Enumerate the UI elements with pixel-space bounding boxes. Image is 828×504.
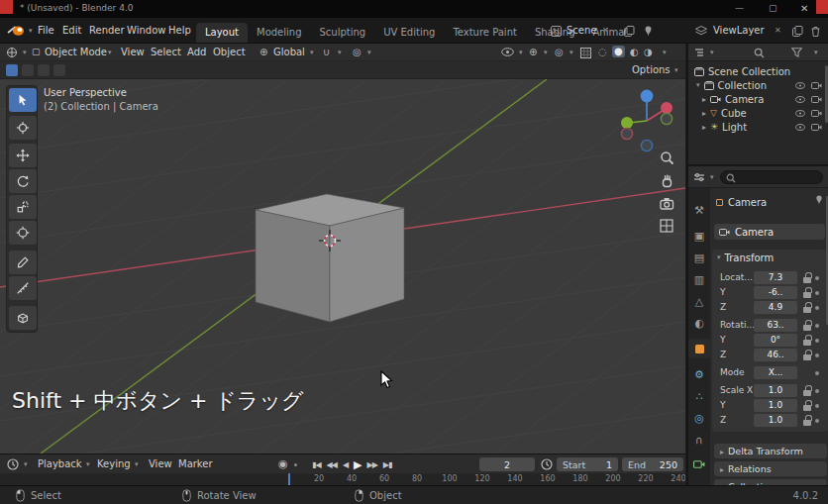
tool-measure[interactable] [9,276,37,300]
lock-icon[interactable] [803,400,811,411]
animate-icon[interactable] [815,276,819,280]
outliner-editor-caret-icon[interactable]: ▾ [710,49,714,56]
disable-in-render-icon[interactable] [811,123,822,131]
menu-select[interactable]: Select [151,47,181,57]
outliner-filter-icon[interactable] [791,48,802,57]
tab-world[interactable]: ◐ [688,313,710,333]
hide-in-viewport-icon[interactable] [795,124,805,131]
tool-cursor[interactable] [9,116,37,140]
zoom-icon[interactable] [657,148,676,167]
shading-material-icon[interactable]: ◐ [630,47,639,57]
hide-in-viewport-icon[interactable] [795,96,805,103]
tool-annotate[interactable] [9,251,37,274]
orientation-caret-icon[interactable]: ▾ [310,49,314,56]
visibility-caret-icon[interactable]: ▾ [519,49,523,56]
tab-view-layer[interactable]: ▥ [688,269,710,289]
tool-add-cube[interactable] [9,306,37,330]
workspace-tab-texture-paint[interactable]: Texture Paint [444,23,526,43]
hide-in-viewport-icon[interactable] [795,82,805,89]
mode-caret-icon[interactable]: ▾ [108,49,112,56]
gizmo-caret-icon[interactable]: ▾ [544,49,548,56]
scene-unlink-icon[interactable]: ✕ [602,26,609,35]
new-scene-button[interactable] [624,26,635,37]
overlays-toggle-icon[interactable]: ◎ [555,47,564,57]
animate-icon[interactable] [815,339,819,343]
workspace-tab-sculpting[interactable]: Sculpting [311,23,375,43]
proportional-edit-icon[interactable]: ◎ [353,47,362,57]
tab-particles[interactable]: ∴ [688,386,710,406]
animate-icon[interactable] [815,324,819,328]
outliner-editor-icon[interactable] [693,47,705,58]
overlays-caret-icon[interactable]: ▾ [569,49,573,56]
pin-id-icon[interactable] [815,195,823,205]
expand-icon[interactable]: ▸ [702,109,706,118]
menu-edit[interactable]: Edit [62,25,81,36]
start-frame-field[interactable]: Start 1 [557,457,618,471]
animate-icon[interactable] [815,389,819,393]
tab-tool[interactable]: ⚒ [688,200,710,220]
menu-object[interactable]: Object [213,47,246,57]
transform-row-rotation-y[interactable]: Y0° [712,334,828,347]
outliner-row-scene-collection[interactable]: Scene Collection [688,64,828,78]
tool-rotate[interactable] [9,169,37,193]
keying-caret-icon[interactable]: ▾ [135,460,139,468]
tool-select-box[interactable] [9,88,37,112]
workspace-tab-uv-editing[interactable]: UV Editing [374,23,444,43]
playhead[interactable] [288,473,290,485]
select-mode-intersect-button[interactable] [53,64,65,76]
lock-icon[interactable] [803,272,811,283]
transform-row-rotation-z[interactable]: Z46.. [712,349,828,361]
tool-move[interactable] [9,144,37,167]
playback-range-clock-icon[interactable] [541,458,553,470]
expand-icon[interactable]: ▸ [702,123,706,132]
disable-in-render-icon[interactable] [811,95,822,103]
menu-keying[interactable]: Keying [97,458,131,469]
proportional-caret-icon[interactable]: ▾ [367,49,371,56]
blender-logo-icon[interactable] [7,25,25,37]
menu-help[interactable]: Help [168,25,191,36]
select-mode-subtract-button[interactable] [38,64,50,76]
camera-view-icon[interactable] [657,193,676,213]
outliner-row-collection[interactable]: ▾ Collection [688,78,828,92]
next-keyframe-button[interactable]: ▶▶ [367,460,377,469]
expand-icon[interactable]: ▸ [702,95,706,104]
tab-scene[interactable]: △ [688,291,710,311]
timeline-editor-icon[interactable] [7,458,19,470]
jump-to-end-button[interactable]: ▶▮ [383,460,392,469]
current-frame-field[interactable]: 2 [479,457,535,471]
transform-row-rotation-mode[interactable]: ModeX... [712,366,828,379]
transform-row-location-x[interactable]: Locat...7.3 [712,271,828,284]
lock-icon[interactable] [803,335,811,346]
lock-icon[interactable] [803,320,811,331]
disable-in-render-icon[interactable] [811,81,822,89]
collection-expand-icon[interactable]: ▾ [696,81,700,89]
new-view-layer-button[interactable] [792,26,803,37]
navigation-gizmo[interactable] [611,89,682,154]
tab-constraints[interactable]: ∩ [688,430,710,450]
play-button[interactable]: ▶ [354,458,361,471]
animate-icon[interactable] [815,404,819,408]
hide-in-viewport-icon[interactable] [795,110,805,117]
editor-type-icon[interactable] [6,47,18,58]
transform-row-scale-x[interactable]: Scale X1.0 [712,384,828,397]
pan-hand-icon[interactable] [657,170,676,190]
menu-file[interactable]: File [38,25,54,36]
view-layer-selector[interactable]: ViewLayer [713,25,765,36]
outliner-row-cube[interactable]: ▸ ▽ Cube [688,106,828,120]
animate-icon[interactable] [815,291,819,295]
maximize-button[interactable]: ▢ [769,3,777,13]
shading-rendered-icon[interactable]: ◑ [644,47,653,57]
menu-add[interactable]: Add [187,47,206,57]
close-button[interactable]: ✕ [800,3,808,14]
breadcrumb-object[interactable]: Camera [728,197,767,208]
properties-editor-icon[interactable] [693,171,705,183]
outliner-filter-caret-icon[interactable]: ▾ [814,49,818,56]
visibility-toggle-icon[interactable] [501,48,514,56]
timeline-ruler[interactable]: 20 40 60 80 100 120 140 160 180 200 220 … [0,473,685,485]
remove-view-layer-button[interactable] [810,26,821,37]
tab-render[interactable]: ▣ [688,226,710,246]
snap-magnet-icon[interactable]: ∪ [323,47,330,57]
prev-keyframe-button[interactable]: ◀◀ [327,460,337,469]
select-mode-new-button[interactable] [6,64,18,76]
outliner-row-light[interactable]: ▸ ☀ Light [688,120,828,134]
